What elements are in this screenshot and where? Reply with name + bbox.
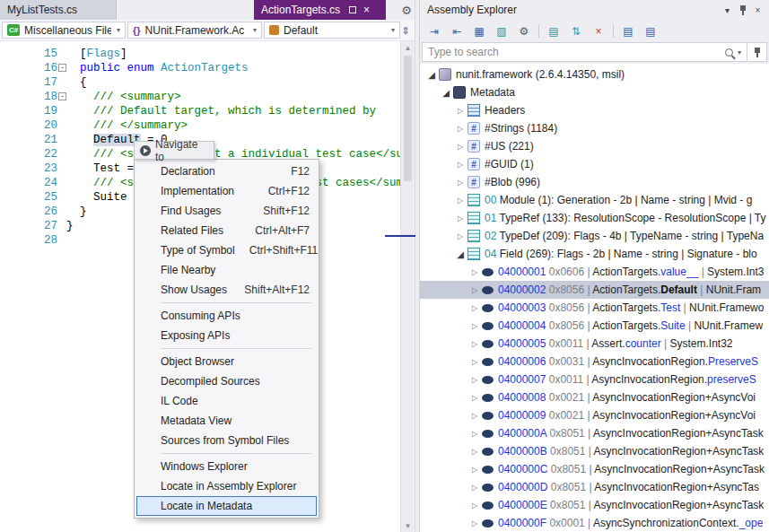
fold-box[interactable]: - — [58, 64, 66, 72]
expand-arrow-icon[interactable]: ▷ — [468, 519, 481, 528]
tree-node-0400000f[interactable]: ▷0400000F 0x0001 | AsyncSynchronizationC… — [420, 514, 769, 532]
project-dropdown[interactable]: C# Miscellaneous Files ▾ — [2, 22, 126, 39]
pdb-document-icon[interactable]: ▤ — [642, 23, 659, 39]
tree-node-0400000b[interactable]: ▷0400000B 0x8051 | AsyncInvocationRegion… — [420, 442, 769, 460]
menu-item-show-usages[interactable]: Show UsagesShift+Alt+F12 — [135, 280, 319, 300]
remove-assembly-icon[interactable]: × — [590, 23, 607, 39]
expand-arrow-icon[interactable]: ▷ — [468, 286, 481, 294]
fold-collapse-icon[interactable]: - — [57, 61, 66, 75]
type-dropdown[interactable]: {} NUnit.Framework.Ac ▾ — [127, 22, 262, 39]
code-line-16[interactable]: 16- public enum ActionTargets — [0, 61, 400, 75]
menu-item-related-files[interactable]: Related FilesCtrl+Alt+F7 — [135, 221, 319, 240]
code-line-19[interactable]: 19 /// Default target, which is determin… — [0, 104, 400, 118]
expand-arrow-icon[interactable]: ▷ — [454, 161, 467, 169]
window-position-icon[interactable]: ▾ — [720, 3, 735, 18]
search-input[interactable] — [423, 46, 725, 58]
tree-node-04000005[interactable]: ▷04000005 0x0011 | Assert.counter | Syst… — [420, 335, 769, 353]
split-editor-icon[interactable]: ⇕ — [399, 23, 412, 38]
reload-symbols-icon[interactable]: ⇅ — [568, 23, 584, 39]
menu-item-declaration[interactable]: DeclarationF12 — [135, 161, 319, 181]
tree-node-guid-1[interactable]: ▷##GUID (1) — [420, 155, 769, 173]
tree-node-04000006[interactable]: ▷04000006 0x0031 | AsyncInvocationRegion… — [420, 353, 769, 371]
tree-node-02[interactable]: ▷02 TypeDef (209): Flags - 4b | TypeName… — [420, 227, 769, 245]
tree-node-0400000c[interactable]: ▷0400000C 0x8051 | AsyncInvocationRegion… — [420, 460, 769, 478]
menu-item-il-code[interactable]: IL Code — [135, 391, 319, 411]
explorer-options-gear-icon[interactable]: ⚙ — [516, 23, 532, 39]
tree-node-04000001[interactable]: ▷04000001 0x0606 | ActionTargets.value__… — [420, 263, 769, 281]
show-metadata-table-icon[interactable]: ▦ — [471, 23, 487, 39]
expand-arrow-icon[interactable]: ▷ — [468, 394, 481, 402]
expand-arrow-icon[interactable]: ▷ — [454, 232, 467, 240]
tab-actiontargets[interactable]: ActionTargets.cs × — [254, 0, 386, 20]
collapse-arrow-icon[interactable]: ◢ — [454, 249, 467, 259]
tree-node-strings-1184[interactable]: ▷##Strings (1184) — [420, 119, 769, 137]
menu-item-type-of-symbol[interactable]: Type of SymbolCtrl+Shift+F11 — [135, 240, 319, 260]
expand-arrow-icon[interactable]: ▷ — [454, 179, 467, 187]
expand-arrow-icon[interactable]: ▷ — [454, 214, 467, 222]
tree-node-blob-996[interactable]: ▷##Blob (996) — [420, 173, 769, 191]
expand-arrow-icon[interactable]: ▷ — [468, 358, 481, 366]
tree-node-00[interactable]: ▷00 Module (1): Generation - 2b | Name -… — [420, 191, 769, 209]
tree-node-04000002[interactable]: ▷04000002 0x8056 | ActionTargets.Default… — [420, 281, 769, 299]
expand-arrow-icon[interactable]: ▷ — [468, 484, 481, 492]
tree-node-01[interactable]: ▷01 TypeRef (133): ResolutionScope - Res… — [420, 209, 769, 227]
tree-node-0400000d[interactable]: ▷0400000D 0x8051 | AsyncInvocationRegion… — [420, 478, 769, 496]
menu-item-find-usages[interactable]: Find UsagesShift+F12 — [135, 201, 319, 221]
expand-arrow-icon[interactable]: ▷ — [468, 412, 481, 420]
tree-node-04000003[interactable]: ▷04000003 0x8056 | ActionTargets.Test | … — [420, 299, 769, 317]
scroll-down-icon[interactable]: ▼ — [401, 519, 415, 532]
sort-assemblies-icon[interactable]: ▤ — [546, 23, 562, 39]
tree-node-04[interactable]: ◢04 Field (269): Flags - 2b | Name - str… — [420, 245, 769, 263]
menu-item-metadata-view[interactable]: Metadata View — [135, 411, 319, 431]
expand-arrow-icon[interactable]: ▷ — [454, 196, 467, 205]
tree-node-04000008[interactable]: ▷04000008 0x0021 | AsyncInvocationRegion… — [420, 388, 769, 406]
expand-arrow-icon[interactable]: ▷ — [468, 448, 481, 456]
menu-item-locate-in-metadata[interactable]: Locate in Metadata — [136, 496, 317, 516]
expand-arrow-icon[interactable]: ▷ — [468, 340, 481, 348]
code-line-17[interactable]: 17 { — [0, 75, 400, 90]
fold-box[interactable]: - — [58, 92, 66, 100]
tree-node-0400000e[interactable]: ▷0400000E 0x8051 | AsyncInvocationRegion… — [420, 496, 769, 514]
menu-item-exposing-apis[interactable]: Exposing APIs — [135, 326, 319, 345]
expand-arrow-icon[interactable]: ▷ — [468, 304, 481, 312]
fold-collapse-icon[interactable]: - — [57, 90, 66, 104]
tree-node-nunit-framework-2-6-4-14350-msil[interactable]: ◢nunit.framework (2.6.4.14350, msil) — [420, 65, 769, 83]
code-line-18[interactable]: 18- /// <summary> — [0, 90, 400, 104]
expand-arrow-icon[interactable]: ▷ — [468, 430, 481, 438]
menu-item-locate-in-assembly-explorer[interactable]: Locate in Assembly Explorer — [135, 476, 319, 496]
scrollbar-thumb[interactable] — [404, 56, 412, 181]
collapse-arrow-icon[interactable]: ◢ — [425, 70, 438, 80]
editor-scrollbar[interactable]: ▲ ▼ — [400, 41, 415, 532]
code-line-20[interactable]: 20 /// </summary> — [0, 118, 400, 133]
menu-item-object-browser[interactable]: Object Browser — [135, 352, 319, 371]
code-line-15[interactable]: 15 [Flags] — [0, 47, 400, 61]
menu-item-sources-from-symbol-files[interactable]: Sources from Symbol Files — [135, 431, 319, 450]
locate-in-tree-icon[interactable]: ⇤ — [449, 23, 465, 39]
goto-metadata-entry-icon[interactable]: ▧ — [494, 23, 510, 39]
search-chevron-down-icon[interactable]: ▾ — [738, 48, 741, 57]
expand-arrow-icon[interactable]: ▷ — [468, 466, 481, 474]
expand-arrow-icon[interactable]: ▷ — [468, 322, 481, 330]
expand-arrow-icon[interactable]: ▷ — [468, 268, 481, 276]
tree-node-04000009[interactable]: ▷04000009 0x0021 | AsyncInvocationRegion… — [420, 406, 769, 424]
member-dropdown[interactable]: Default ▾ — [264, 22, 400, 39]
search-pin-icon[interactable] — [747, 43, 766, 61]
menu-item-consuming-apis[interactable]: Consuming APIs — [135, 306, 319, 326]
pin-icon[interactable] — [735, 3, 750, 18]
open-assembly-icon[interactable]: ⇥ — [426, 23, 442, 39]
expand-arrow-icon[interactable]: ▷ — [454, 107, 467, 115]
close-panel-icon[interactable]: × — [750, 3, 765, 18]
keep-open-icon[interactable] — [349, 6, 356, 13]
gear-icon[interactable]: ⚙ — [401, 0, 412, 20]
tree-node-0400000a[interactable]: ▷0400000A 0x8051 | AsyncInvocationRegion… — [420, 424, 769, 442]
close-tab-icon[interactable]: × — [363, 4, 370, 15]
generate-pdb-icon[interactable]: ▤ — [620, 23, 636, 39]
expand-arrow-icon[interactable]: ▷ — [468, 501, 481, 510]
tree-node-04000007[interactable]: ▷04000007 0x0011 | AsyncInvocationRegion… — [420, 371, 769, 388]
expand-arrow-icon[interactable]: ▷ — [454, 125, 467, 133]
menu-item-windows-explorer[interactable]: Windows Explorer — [135, 457, 319, 476]
tree-node-us-221[interactable]: ▷##US (221) — [420, 137, 769, 155]
collapse-arrow-icon[interactable]: ◢ — [440, 88, 452, 98]
menu-item-implementation[interactable]: ImplementationCtrl+F12 — [135, 181, 319, 201]
expand-arrow-icon[interactable]: ▷ — [454, 143, 467, 151]
